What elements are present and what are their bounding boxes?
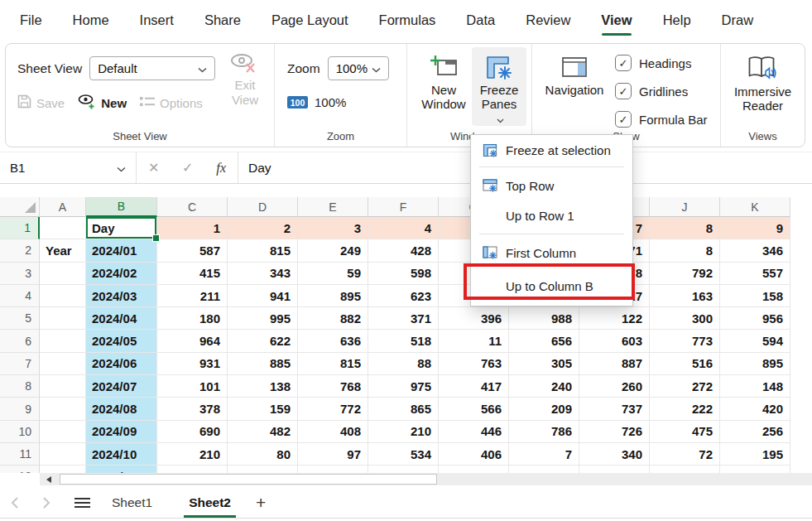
cell-A12[interactable] — [40, 466, 86, 473]
confirm-icon[interactable]: ✓ — [182, 160, 193, 176]
menu-tab-home[interactable]: Home — [73, 12, 109, 28]
cell-I8[interactable]: 260 — [579, 375, 650, 398]
cell-E1[interactable]: 3 — [298, 217, 368, 239]
checkbox-gridlines[interactable]: ✓Gridlines — [615, 80, 708, 102]
cell-A7[interactable] — [40, 353, 86, 375]
cell-G12[interactable]: 127 — [439, 466, 509, 473]
scroll-left-arrow-icon[interactable] — [40, 473, 58, 485]
save-view-button[interactable]: Save — [17, 94, 65, 111]
cell-B3[interactable]: 2024/02 — [86, 263, 157, 285]
cell-E3[interactable]: 59 — [298, 263, 368, 285]
cell-J5[interactable]: 300 — [650, 307, 720, 330]
cell-E4[interactable]: 895 — [298, 285, 368, 307]
cell-F6[interactable]: 518 — [368, 330, 439, 352]
row-header-10[interactable]: 10 — [0, 421, 40, 443]
cell-F9[interactable]: 865 — [368, 398, 439, 420]
menu-tab-formulas[interactable]: Formulas — [379, 12, 436, 28]
col-header-B[interactable]: B — [86, 197, 157, 217]
row-header-9[interactable]: 9 — [0, 398, 40, 420]
cell-B5[interactable]: 2024/04 — [86, 307, 157, 330]
cell-D3[interactable]: 343 — [228, 263, 298, 285]
cancel-icon[interactable]: ✕ — [148, 160, 159, 176]
cell-F12[interactable]: 275 — [368, 466, 439, 473]
cell-B7[interactable]: 2024/06 — [86, 353, 157, 375]
cell-H9[interactable]: 209 — [509, 398, 579, 420]
menu-tab-file[interactable]: File — [20, 12, 42, 28]
exit-view-button[interactable]: Exit View — [221, 52, 269, 107]
cell-B8[interactable]: 2024/07 — [86, 375, 157, 398]
fill-handle[interactable] — [152, 234, 160, 242]
cell-I5[interactable]: 122 — [579, 307, 650, 330]
immersive-reader-button[interactable]: Immersive Reader — [725, 49, 801, 113]
cell-D8[interactable]: 138 — [228, 375, 298, 398]
cell-G5[interactable]: 396 — [439, 307, 509, 330]
menu-tab-help[interactable]: Help — [663, 12, 691, 28]
cell-D5[interactable]: 995 — [228, 307, 298, 330]
cell-J11[interactable]: 72 — [650, 443, 720, 466]
checkbox-headings[interactable]: ✓Headings — [615, 52, 708, 74]
cell-J12[interactable]: 911 — [650, 466, 720, 473]
menu-tab-data[interactable]: Data — [466, 12, 495, 28]
cell-C5[interactable]: 180 — [157, 307, 228, 330]
sheet-tab-sheet1[interactable]: Sheet1 — [110, 490, 154, 516]
cell-A8[interactable] — [40, 375, 86, 398]
cell-K9[interactable]: 420 — [720, 398, 790, 420]
menu-tab-insert[interactable]: Insert — [140, 12, 174, 28]
cell-B6[interactable]: 2024/05 — [86, 330, 157, 352]
col-header-E[interactable]: E — [298, 197, 368, 217]
cell-A3[interactable] — [40, 263, 86, 285]
cell-K11[interactable]: 195 — [720, 443, 790, 466]
cell-B2[interactable]: 2024/01 — [86, 239, 157, 262]
cell-C1[interactable]: 1 — [157, 217, 228, 239]
cell-G7[interactable]: 763 — [439, 353, 509, 375]
cell-D2[interactable]: 815 — [228, 239, 298, 262]
insert-function-icon[interactable]: fx — [216, 160, 226, 176]
cell-C9[interactable]: 378 — [157, 398, 228, 420]
cell-J3[interactable]: 792 — [650, 263, 720, 285]
cell-E12[interactable]: 961 — [298, 466, 368, 473]
cell-G11[interactable]: 406 — [439, 443, 509, 466]
cell-J10[interactable]: 475 — [650, 421, 720, 443]
cell-K2[interactable]: 346 — [720, 239, 790, 262]
cell-A1[interactable] — [40, 217, 86, 239]
cell-B4[interactable]: 2024/03 — [86, 285, 157, 307]
row-header-4[interactable]: 4 — [0, 285, 40, 307]
cell-B10[interactable]: 2024/09 — [86, 421, 157, 443]
cell-A2[interactable]: Year — [40, 239, 86, 262]
cell-C3[interactable]: 415 — [157, 263, 228, 285]
cell-C8[interactable]: 101 — [157, 375, 228, 398]
cell-F2[interactable]: 428 — [368, 239, 439, 262]
cell-K8[interactable]: 148 — [720, 375, 790, 398]
row-header-3[interactable]: 3 — [0, 263, 40, 285]
menu-tab-draw[interactable]: Draw — [722, 12, 754, 28]
cell-K10[interactable]: 256 — [720, 421, 790, 443]
cell-H8[interactable]: 240 — [509, 375, 579, 398]
cell-I7[interactable]: 887 — [579, 353, 650, 375]
cell-J2[interactable]: 8 — [650, 239, 720, 262]
sheet-view-dropdown[interactable]: Default — [89, 56, 215, 80]
cell-F3[interactable]: 598 — [368, 263, 439, 285]
cell-B9[interactable]: 2024/08 — [86, 398, 157, 420]
cell-A6[interactable] — [40, 330, 86, 352]
cell-I9[interactable]: 737 — [579, 398, 650, 420]
cell-H10[interactable]: 786 — [509, 421, 579, 443]
cell-D9[interactable]: 159 — [228, 398, 298, 420]
cell-D6[interactable]: 622 — [228, 330, 298, 352]
cell-H12[interactable]: 157 — [509, 466, 579, 473]
menu-item-first-column[interactable]: First Column — [471, 238, 632, 268]
cell-K5[interactable]: 956 — [720, 307, 790, 330]
cell-B1[interactable]: Day — [86, 217, 157, 239]
cell-J9[interactable]: 222 — [650, 398, 720, 420]
cell-K6[interactable]: 594 — [720, 330, 790, 352]
cell-H6[interactable]: 656 — [509, 330, 579, 352]
cell-F1[interactable]: 4 — [368, 217, 439, 239]
cell-G10[interactable]: 446 — [439, 421, 509, 443]
cell-B12[interactable]: 2024/11 — [86, 466, 157, 473]
select-all-button[interactable] — [0, 197, 40, 217]
cell-J8[interactable]: 272 — [650, 375, 720, 398]
cell-J6[interactable]: 773 — [650, 330, 720, 352]
cell-D4[interactable]: 941 — [228, 285, 298, 307]
cell-C10[interactable]: 690 — [157, 421, 228, 443]
cell-C4[interactable]: 211 — [157, 285, 228, 307]
cell-H5[interactable]: 988 — [509, 307, 579, 330]
